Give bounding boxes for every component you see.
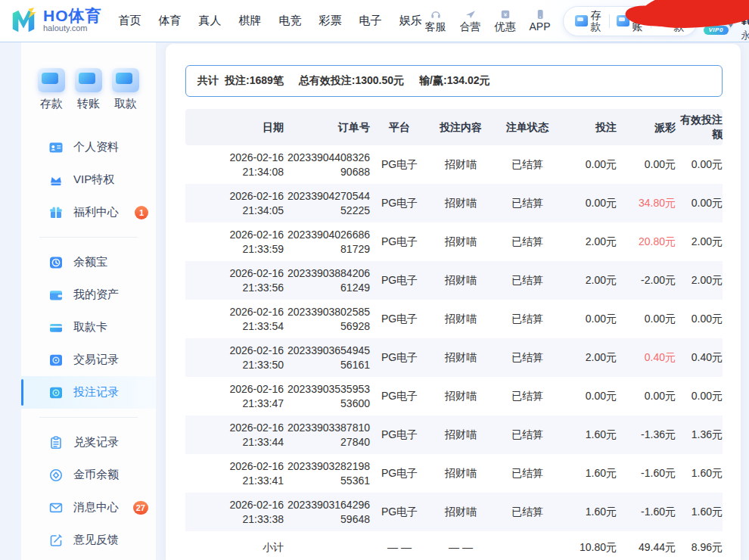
- col-order: 订单号: [284, 117, 370, 138]
- summary-prefix: 共计: [197, 74, 219, 88]
- nav-sports[interactable]: 体育: [159, 14, 182, 28]
- cell-date: 2026-02-1621:33:50: [185, 341, 284, 375]
- nav-slots[interactable]: 电子: [359, 14, 382, 28]
- cell-valid: 0.00元: [676, 386, 723, 406]
- nav-home[interactable]: 首页: [119, 14, 141, 28]
- partnership-button[interactable]: 合营: [457, 8, 484, 34]
- sidebar-item-bet-records[interactable]: 投注记录: [21, 376, 156, 409]
- nav-lottery[interactable]: 彩票: [319, 14, 342, 28]
- table-row: 2026-02-1621:33:56 2023390388420661249 P…: [185, 261, 723, 300]
- subtotal-content: — —: [429, 537, 493, 558]
- cell-payout: -2.00元: [617, 270, 676, 291]
- wallet-icon: [48, 288, 64, 303]
- sidebar-item-label: 余额宝: [73, 255, 107, 269]
- logo[interactable]: HO体育 halouty.com: [9, 7, 102, 36]
- cell-payout: -1.60元: [617, 502, 676, 522]
- sidebar-item-welfare[interactable]: 福利中心 1: [21, 196, 156, 229]
- sidebar-item-label: 金币余额: [73, 468, 119, 482]
- crown-icon: [48, 173, 64, 188]
- logo-icon: [9, 7, 38, 36]
- sidebar-withdraw-label: 取款: [114, 97, 137, 111]
- nav-live[interactable]: 真人: [199, 14, 222, 28]
- subtotal-order: [284, 544, 370, 550]
- cell-content: 招财喵: [429, 502, 493, 522]
- cell-payout: 0.00元: [617, 154, 676, 175]
- cell-payout: 0.00元: [617, 386, 676, 406]
- nav-entertainment[interactable]: 娱乐: [399, 14, 422, 28]
- sidebar-item-assets[interactable]: 我的资产: [21, 278, 156, 311]
- cell-date: 2026-02-1621:33:54: [185, 302, 284, 337]
- cell-content: 招财喵: [429, 347, 493, 368]
- logo-title: HO体育: [43, 8, 102, 23]
- cell-status: 已结算: [493, 232, 562, 252]
- cell-valid: 0.00元: [676, 309, 723, 329]
- sidebar-item-label: 意见反馈: [73, 533, 119, 547]
- sidebar-item-vip[interactable]: VIP特权: [21, 163, 156, 196]
- cell-content: 招财喵: [429, 425, 493, 445]
- cell-payout: 20.80元: [617, 232, 676, 252]
- customer-service-button[interactable]: 客服: [422, 8, 449, 34]
- sidebar-item-withdraw-card[interactable]: 取款卡: [21, 311, 156, 344]
- cell-status: 已结算: [493, 193, 562, 213]
- clipboard-icon: [48, 435, 64, 450]
- sidebar-item-label: 个人资料: [73, 140, 119, 154]
- cell-order: 2023390338781027840: [284, 418, 370, 453]
- cell-order: 2023390316429659648: [284, 495, 370, 530]
- sidebar-deposit-button[interactable]: 存款: [38, 68, 65, 111]
- nav-poker[interactable]: 棋牌: [239, 14, 262, 28]
- cell-order: 2023390328219855361: [284, 456, 370, 491]
- id-card-icon: [48, 140, 64, 155]
- sidebar-item-coin-balance[interactable]: 金币余额: [21, 459, 156, 491]
- cell-bet: 2.00元: [562, 232, 617, 252]
- cell-date: 2026-02-1621:33:47: [185, 379, 284, 414]
- svg-text:¥: ¥: [502, 11, 507, 17]
- col-date: 日期: [185, 117, 284, 138]
- cell-date: 2026-02-1621:33:56: [185, 263, 284, 298]
- customer-service-label: 客服: [425, 20, 446, 34]
- cell-date: 2026-02-1621:33:59: [185, 225, 284, 260]
- col-content: 投注内容: [429, 117, 493, 138]
- sidebar-item-messages[interactable]: 消息中心 27: [21, 491, 156, 524]
- nav-esports[interactable]: 电竞: [279, 14, 302, 28]
- withdraw-icon: [112, 68, 139, 92]
- deposit-button[interactable]: 存款: [568, 10, 609, 33]
- cell-bet: 0.00元: [562, 193, 617, 213]
- permanent-url[interactable]: 永久网址：haio: [741, 29, 749, 42]
- cell-order: 2023390365494556161: [284, 341, 370, 375]
- cell-status: 已结算: [493, 386, 562, 406]
- cell-date: 2026-02-1621:34:08: [185, 148, 284, 182]
- cell-content: 招财喵: [429, 309, 493, 329]
- cell-content: 招财喵: [429, 463, 493, 484]
- sidebar-item-feedback[interactable]: 意见反馈: [21, 524, 156, 556]
- summary-bet-count: 投注:1689笔: [225, 74, 284, 88]
- table-row: 2026-02-1621:33:54 2023390380258556928 P…: [185, 300, 723, 338]
- col-status: 注单状态: [493, 117, 562, 138]
- sidebar-quick-actions: 存款 转账 取款: [21, 68, 156, 111]
- sidebar-transfer-button[interactable]: 转账: [75, 68, 102, 111]
- subtotal-valid: 8.96元: [676, 537, 723, 558]
- promotions-button[interactable]: ¥ 优惠: [492, 8, 519, 34]
- sidebar-item-transactions[interactable]: 交易记录: [21, 344, 156, 376]
- cell-bet: 1.60元: [562, 425, 617, 445]
- cell-status: 已结算: [493, 502, 562, 522]
- cell-bet: 1.60元: [562, 502, 617, 522]
- messages-badge: 27: [133, 501, 148, 515]
- sidebar-item-profile[interactable]: 个人资料: [21, 131, 156, 163]
- summary-bar: 共计 投注:1689笔 总有效投注:1300.50元 输/赢:134.02元: [185, 65, 723, 97]
- sidebar-item-yuebao[interactable]: 余额宝: [21, 246, 156, 278]
- sidebar-withdraw-button[interactable]: 取款: [112, 68, 139, 111]
- summary-valid-total: 总有效投注:1300.50元: [299, 74, 404, 88]
- app-download-button[interactable]: APP: [527, 8, 554, 34]
- cell-order: 2023390380258556928: [284, 302, 370, 337]
- sidebar-item-label: 我的资产: [73, 288, 119, 302]
- cell-bet: 0.00元: [562, 386, 617, 406]
- header-icon-actions: 客服 合营 ¥ 优惠 APP: [422, 8, 554, 34]
- cell-content: 招财喵: [429, 154, 493, 175]
- col-platform: 平台: [370, 117, 429, 138]
- sidebar-item-prize-records[interactable]: 兑奖记录: [21, 426, 156, 459]
- main-nav: 首页 体育 真人 棋牌 电竞 彩票 电子 娱乐: [119, 14, 422, 28]
- cell-bet: 0.00元: [562, 309, 617, 329]
- cell-valid: 2.00元: [676, 232, 723, 252]
- bank-card-icon: [48, 320, 64, 335]
- cell-bet: 0.00元: [562, 154, 617, 175]
